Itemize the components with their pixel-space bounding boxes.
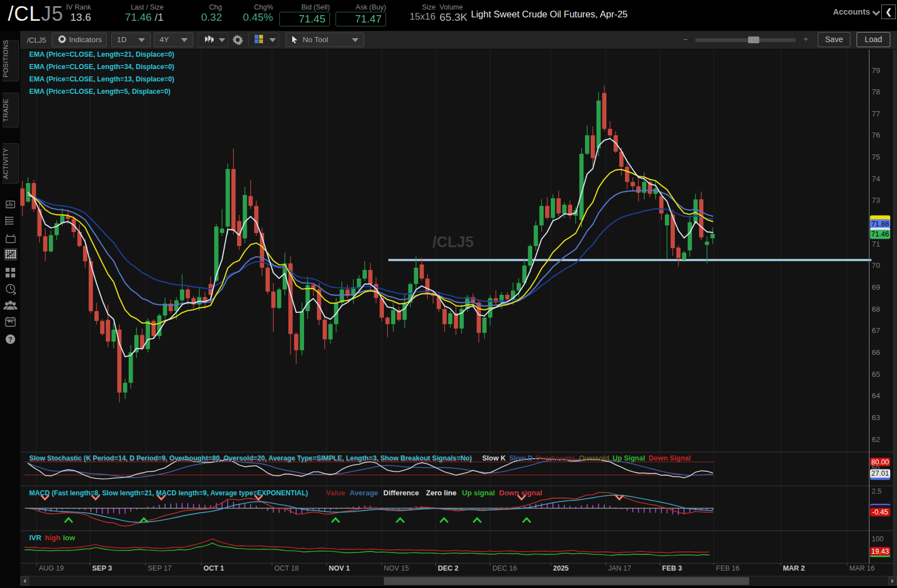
svg-text:EMA (Price=CLOSE, Length=5, Di: EMA (Price=CLOSE, Length=5, Displace=0) <box>29 88 170 95</box>
svg-text:NOV 15: NOV 15 <box>384 564 409 572</box>
svg-text:100: 100 <box>872 535 884 543</box>
svg-text:63: 63 <box>872 413 880 422</box>
svg-text:Slow K: Slow K <box>482 454 506 462</box>
svg-text:2.5: 2.5 <box>872 487 881 495</box>
svg-text:69: 69 <box>872 283 880 291</box>
svg-text:JAN 17: JAN 17 <box>608 564 631 572</box>
svg-text:MAR 16: MAR 16 <box>849 564 875 572</box>
svg-text:71: 71 <box>872 240 880 248</box>
svg-text:DEC 2: DEC 2 <box>438 564 459 572</box>
svg-text:MACD (Fast length=8, Slow leng: MACD (Fast length=8, Slow length=21, MAC… <box>29 489 308 497</box>
svg-text:71.46: 71.46 <box>871 230 889 238</box>
svg-text:Zero line: Zero line <box>426 489 456 497</box>
svg-text:19.43: 19.43 <box>871 548 889 555</box>
svg-text:AUG 19: AUG 19 <box>39 564 64 572</box>
svg-text:Value: Value <box>326 489 345 497</box>
svg-text:FEB 3: FEB 3 <box>662 564 682 572</box>
svg-text:71.88: 71.88 <box>871 220 889 228</box>
svg-text:78: 78 <box>872 88 880 96</box>
svg-text:NOV 1: NOV 1 <box>329 564 350 572</box>
svg-text:66: 66 <box>872 348 880 357</box>
svg-text:Up Signal: Up Signal <box>613 454 645 462</box>
svg-text:Average: Average <box>350 489 378 497</box>
svg-text:77: 77 <box>872 110 880 118</box>
svg-text:Oversold: Oversold <box>579 454 609 462</box>
svg-text:/CLJ5: /CLJ5 <box>432 234 474 250</box>
svg-text:70: 70 <box>872 261 880 270</box>
svg-text:Slow Stochastic (K Period=14,: Slow Stochastic (K Period=14, D Period=9… <box>29 454 472 462</box>
svg-text:Slow D: Slow D <box>509 454 533 462</box>
svg-text:-0.45: -0.45 <box>872 508 889 516</box>
svg-text:Difference: Difference <box>383 489 419 497</box>
svg-text:EMA (Price=CLOSE, Length=34, D: EMA (Price=CLOSE, Length=34, Displace=0) <box>29 63 174 71</box>
svg-text:MAR 2: MAR 2 <box>783 564 805 572</box>
svg-text:76: 76 <box>872 131 880 139</box>
svg-text:Down signal: Down signal <box>499 489 542 497</box>
svg-text:68: 68 <box>872 305 880 313</box>
svg-text:EMA (Price=CLOSE, Length=13, D: EMA (Price=CLOSE, Length=13, Displace=0) <box>29 75 174 83</box>
svg-text:75: 75 <box>872 153 880 161</box>
svg-text:79: 79 <box>872 66 880 75</box>
svg-text:67: 67 <box>872 326 880 335</box>
svg-text:IVR: IVR <box>29 534 42 542</box>
svg-text:27.01: 27.01 <box>871 470 889 477</box>
svg-text:?: ? <box>8 336 12 344</box>
svg-text:low: low <box>63 534 76 542</box>
svg-text:74: 74 <box>872 175 881 183</box>
svg-text:high: high <box>45 534 60 542</box>
svg-text:SEP 17: SEP 17 <box>148 564 171 572</box>
svg-text:64: 64 <box>872 391 881 400</box>
svg-text:Up signal: Up signal <box>462 489 495 497</box>
svg-text:62: 62 <box>872 435 880 444</box>
svg-text:SEP 3: SEP 3 <box>92 564 112 572</box>
svg-text:OCT 18: OCT 18 <box>274 564 299 572</box>
svg-text:Overbought: Overbought <box>535 454 576 462</box>
svg-text:65: 65 <box>872 370 880 379</box>
svg-text:OCT 1: OCT 1 <box>203 564 224 572</box>
svg-text:73: 73 <box>872 196 880 204</box>
svg-text:FEB 16: FEB 16 <box>716 564 740 572</box>
svg-text:EMA (Price=CLOSE, Length=21, D: EMA (Price=CLOSE, Length=21, Displace=0) <box>29 51 174 58</box>
svg-text:2025: 2025 <box>553 564 569 572</box>
svg-text:Down Signal: Down Signal <box>649 454 691 462</box>
svg-text:DEC 16: DEC 16 <box>492 564 517 572</box>
